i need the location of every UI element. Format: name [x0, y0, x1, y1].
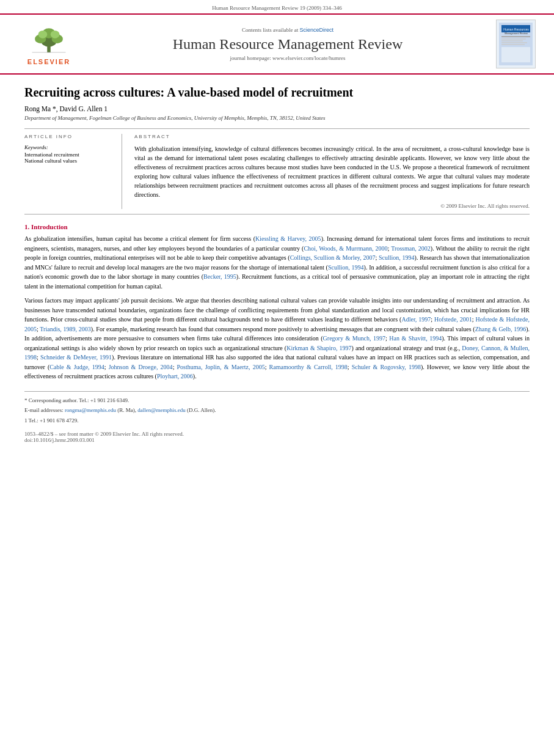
header-divider: [24, 128, 530, 129]
corresponding-author-line: * Corresponding author. Tel.: +1 901 216…: [24, 397, 530, 405]
journal-homepage: journal homepage: www.elsevier.com/locat…: [79, 55, 496, 61]
ref-schuler[interactable]: Schuler & Rogovsky, 1998: [352, 364, 421, 370]
keyword-1: International recruitment: [24, 152, 114, 158]
email-line: E-mail addresses: rongma@memphis.edu (R.…: [24, 406, 530, 415]
sciencedirect-line: Contents lists available at ScienceDirec…: [79, 27, 496, 33]
elsevier-logo: ELSEVIER: [18, 23, 79, 65]
corresponding-label: * Corresponding author. Tel.: +1 901 216…: [24, 397, 129, 403]
ref-posthuma[interactable]: Posthuma, Joplin, & Maertz, 2005: [177, 364, 265, 370]
ref-collings[interactable]: Collings, Scullion & Morley, 2007: [290, 254, 376, 261]
page-container: Human Resource Management Review 19 (200…: [0, 0, 554, 756]
ref-johnson[interactable]: Johnson & Droege, 2004: [109, 364, 173, 370]
issn-text: 1053–4822/$ – see front matter © 2009 El…: [24, 431, 184, 437]
ref-han[interactable]: Han & Shavitt, 1994: [389, 335, 442, 342]
author-names: Rong Ma *, David G. Allen 1: [24, 105, 108, 112]
intro-divider: [24, 214, 530, 215]
email-ma-link[interactable]: rongma@memphis.edu: [65, 407, 116, 413]
ref-cable[interactable]: Cable & Judge, 1994: [49, 364, 104, 370]
svg-rect-16: [501, 44, 525, 45]
authors-line: Rong Ma *, David G. Allen 1: [24, 105, 530, 112]
ref-gregory[interactable]: Gregory & Munch, 1997: [323, 335, 385, 342]
ref-zhang[interactable]: Zhang & Gelb, 1996: [475, 326, 526, 332]
email-ma-person: (R. Ma),: [117, 407, 136, 413]
doi-text: doi:10.1016/j.hrmr.2009.03.001: [24, 437, 95, 443]
abstract-section: ABSTRACT With globalization intensifying…: [134, 134, 530, 209]
journal-title-text: Human Resource Management Review: [79, 35, 496, 53]
ref-triandis[interactable]: Triandis, 1989, 2003: [40, 326, 90, 332]
ref-becker[interactable]: Becker, 1995: [203, 273, 236, 280]
issn-line: 1053–4822/$ – see front matter © 2009 El…: [24, 431, 530, 443]
journal-title-center: Contents lists available at ScienceDirec…: [79, 27, 496, 62]
article-body: ARTICLE INFO Keywords: International rec…: [24, 134, 530, 209]
journal-cover-thumbnail: Human Resources Management Review: [496, 20, 536, 68]
svg-text:Human Resources: Human Resources: [503, 28, 529, 31]
ref-kirkman[interactable]: Kirkman & Shapiro, 1997: [286, 345, 351, 351]
journal-reference-bar: Human Resource Management Review 19 (200…: [0, 0, 554, 13]
cover-image-icon: Human Resources Management Review: [499, 23, 533, 65]
svg-rect-12: [501, 36, 530, 37]
svg-point-5: [38, 30, 48, 38]
sciencedirect-link[interactable]: ScienceDirect: [299, 27, 333, 33]
keywords-label: Keywords:: [24, 144, 114, 150]
ref-trossman[interactable]: Trossman, 2002: [391, 245, 431, 252]
footnote1-line: 1 Tel.: +1 901 678 4729.: [24, 417, 530, 425]
ref-schneider[interactable]: Schneider & DeMeyer, 1991: [40, 354, 112, 361]
intro-paragraph-2: Various factors may impact applicants' j…: [24, 296, 530, 381]
svg-text:Management Review: Management Review: [505, 32, 528, 35]
elsevier-tree-icon: [27, 23, 70, 57]
article-info-panel: ARTICLE INFO Keywords: International rec…: [24, 134, 122, 209]
svg-rect-14: [501, 40, 523, 42]
footnote1: 1 Tel.: +1 901 678 4729.: [24, 417, 79, 424]
article-info-heading: ARTICLE INFO: [24, 134, 114, 139]
journal-ref-text: Human Resource Management Review 19 (200…: [212, 5, 341, 11]
svg-rect-17: [501, 47, 530, 62]
ref-adler[interactable]: Adler, 1997: [401, 316, 431, 323]
intro-heading: 1. Introduction: [24, 223, 530, 230]
abstract-text: With globalization intensifying, knowled…: [134, 144, 530, 199]
ref-ramamoorthy[interactable]: Ramamoorthy & Carroll, 1998: [269, 364, 348, 370]
ref-ployhart[interactable]: Ployhart, 2006: [157, 373, 193, 380]
email-label: E-mail addresses:: [24, 407, 64, 413]
footer-section: * Corresponding author. Tel.: +1 901 216…: [24, 391, 530, 444]
abstract-heading: ABSTRACT: [134, 134, 530, 139]
intro-paragraph-1: As globalization intensifies, human capi…: [24, 234, 530, 291]
main-content: Recruiting across cultures: A value-base…: [0, 75, 554, 453]
ref-choi[interactable]: Choi, Woods, & Murrmann, 2000: [304, 245, 387, 252]
ref-hofstede2001[interactable]: Hofstede, 2001: [434, 316, 472, 323]
copyright-line: © 2009 Elsevier Inc. All rights reserved…: [134, 203, 530, 209]
svg-rect-15: [501, 42, 527, 43]
email-allen-person: (D.G. Allen).: [187, 407, 216, 413]
email-allen-link[interactable]: dallen@memphis.edu: [137, 407, 186, 413]
ref-scullion1994b[interactable]: Scullion, 1994: [328, 264, 364, 271]
ref-scullion1994a[interactable]: Scullion, 1994: [379, 254, 415, 261]
keyword-2: National cultural values: [24, 158, 114, 164]
affiliation: Department of Management, Fogelman Colle…: [24, 115, 530, 121]
elsevier-brand-text: ELSEVIER: [27, 58, 70, 65]
svg-point-6: [51, 30, 60, 38]
article-title: Recruiting across cultures: A value-base…: [24, 84, 530, 100]
journal-header: ELSEVIER Contents lists available at Sci…: [0, 13, 554, 75]
svg-rect-13: [501, 39, 526, 40]
ref-kiessling[interactable]: Kiessling & Harvey, 2005: [255, 235, 321, 242]
